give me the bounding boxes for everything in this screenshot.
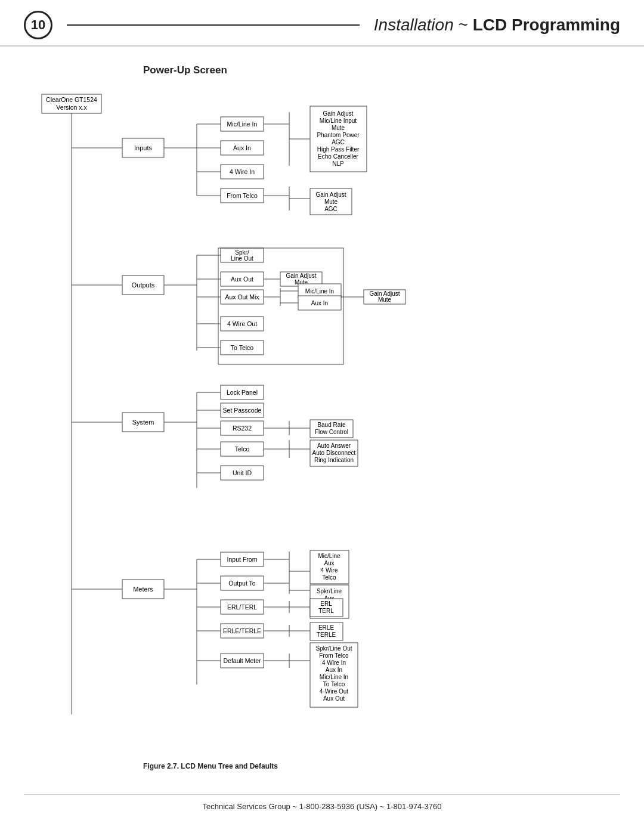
svg-text:Gain Adjust: Gain Adjust	[323, 110, 353, 117]
svg-text:Version x.x: Version x.x	[56, 104, 87, 111]
svg-text:Output To: Output To	[228, 580, 255, 587]
page-footer: Technical Services Group ~ 1-800-283-593…	[24, 794, 620, 811]
section-title: Power-Up Screen	[143, 64, 620, 76]
svg-text:4 Wire In: 4 Wire In	[230, 168, 255, 175]
main-content: Power-Up Screen ClearOne GT1524 Version …	[0, 47, 644, 782]
svg-text:Spkr/Line: Spkr/Line	[317, 588, 342, 594]
svg-text:NLP: NLP	[332, 160, 344, 167]
header-line	[67, 24, 360, 26]
svg-text:Outputs: Outputs	[132, 281, 155, 289]
lcd-menu-tree-diagram: ClearOne GT1524 Version x.x Inputs Mic/L…	[24, 82, 608, 756]
svg-text:Auto Answer: Auto Answer	[317, 442, 351, 449]
svg-text:Aux Out Mix: Aux Out Mix	[225, 293, 259, 301]
svg-text:Input From: Input From	[227, 556, 258, 563]
svg-text:Telco: Telco	[235, 445, 250, 453]
svg-text:From Telco: From Telco	[319, 652, 349, 659]
svg-text:Line Out: Line Out	[231, 255, 253, 262]
svg-text:ERLE/TERLE: ERLE/TERLE	[223, 627, 261, 634]
svg-text:Set Passcode: Set Passcode	[223, 407, 262, 414]
svg-text:Echo Canceller: Echo Canceller	[318, 153, 358, 160]
svg-text:4 Wire In: 4 Wire In	[322, 659, 346, 666]
footer-text: Technical Services Group ~ 1-800-283-593…	[202, 802, 441, 811]
page-header: 10 Installation ~ LCD Programming	[0, 0, 644, 47]
svg-text:Gain Adjust: Gain Adjust	[286, 272, 316, 279]
svg-text:Aux Out: Aux Out	[231, 275, 253, 283]
svg-text:Spkr/Line Out: Spkr/Line Out	[315, 645, 352, 652]
svg-text:TERL: TERL	[318, 608, 334, 614]
svg-text:ERLE: ERLE	[318, 624, 334, 631]
svg-text:TERLE: TERLE	[317, 631, 336, 638]
svg-text:ClearOne GT1524: ClearOne GT1524	[46, 96, 97, 103]
svg-text:Phantom Power: Phantom Power	[317, 132, 360, 138]
svg-text:Mic/Line In: Mic/Line In	[227, 120, 258, 128]
svg-text:Aux Out: Aux Out	[323, 695, 345, 702]
svg-text:Baud Rate: Baud Rate	[317, 422, 346, 428]
svg-text:Mute: Mute	[332, 125, 345, 131]
svg-text:Lock Panel: Lock Panel	[227, 389, 258, 396]
svg-text:Mic/Line Input: Mic/Line Input	[320, 117, 357, 124]
svg-text:Flow Control: Flow Control	[315, 429, 348, 435]
svg-text:AGC: AGC	[332, 139, 345, 145]
svg-text:4 Wire: 4 Wire	[321, 567, 338, 574]
svg-text:Unit ID: Unit ID	[233, 469, 252, 476]
svg-text:AGC: AGC	[324, 206, 338, 212]
svg-text:Aux: Aux	[324, 560, 334, 566]
svg-text:Mic/Line In: Mic/Line In	[305, 288, 334, 295]
svg-text:Telco: Telco	[322, 574, 336, 581]
svg-text:RS232: RS232	[233, 425, 252, 432]
svg-text:ERL: ERL	[320, 600, 332, 607]
svg-text:Aux In: Aux In	[311, 300, 328, 306]
svg-text:Gain Adjust: Gain Adjust	[315, 191, 346, 198]
svg-text:Ring Indication: Ring Indication	[314, 457, 354, 463]
svg-text:Inputs: Inputs	[134, 144, 152, 151]
svg-text:ERL/TERL: ERL/TERL	[227, 603, 257, 611]
svg-text:System: System	[132, 419, 154, 426]
svg-text:Aux In: Aux In	[233, 144, 251, 151]
svg-text:Mute: Mute	[378, 296, 392, 303]
page-number: 10	[24, 11, 52, 39]
svg-text:To Telco: To Telco	[231, 344, 253, 351]
svg-text:Default Meter: Default Meter	[223, 657, 261, 664]
svg-text:Mute: Mute	[324, 199, 338, 205]
svg-text:4-Wire Out: 4-Wire Out	[320, 688, 349, 695]
svg-text:Meters: Meters	[133, 586, 153, 593]
svg-text:Mic/Line: Mic/Line	[318, 553, 340, 559]
figure-caption: Figure 2.7. LCD Menu Tree and Defaults	[143, 762, 620, 770]
svg-text:Aux In: Aux In	[326, 667, 342, 673]
svg-text:Auto Disconnect: Auto Disconnect	[312, 450, 356, 456]
svg-text:From Telco: From Telco	[227, 192, 258, 199]
svg-text:Mic/Line In: Mic/Line In	[320, 674, 348, 680]
svg-text:High Pass Filter: High Pass Filter	[317, 146, 360, 153]
svg-text:4 Wire Out: 4 Wire Out	[227, 320, 257, 327]
page-title: Installation ~ LCD Programming	[374, 16, 620, 35]
svg-text:To Telco: To Telco	[323, 681, 345, 688]
